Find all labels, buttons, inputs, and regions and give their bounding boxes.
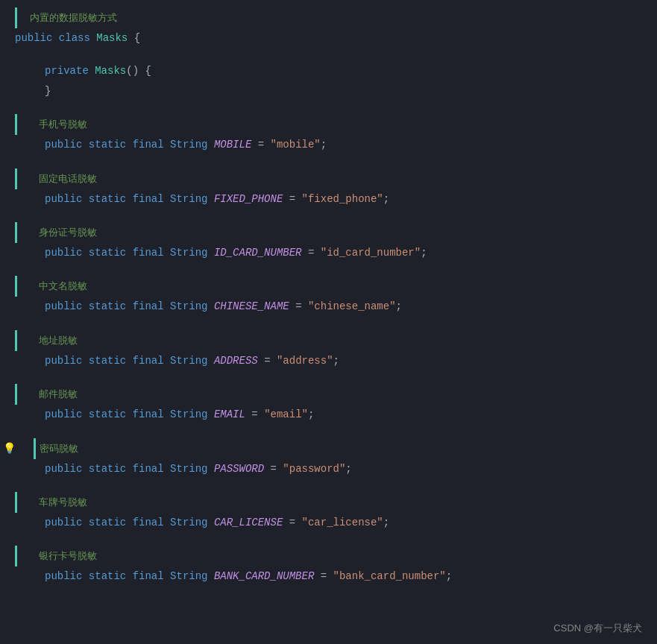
kw-static-8: static — [89, 514, 126, 531]
close-brace-constructor: } — [45, 83, 51, 99]
kw-final-5: final — [133, 353, 164, 369]
kw-final-4: final — [133, 298, 164, 315]
kw-final-1: final — [133, 136, 164, 153]
kw-public-6: public — [45, 406, 82, 423]
kw-static-1: static — [89, 136, 126, 153]
const-bank-card: BANK_CARD_NUMBER — [214, 568, 314, 584]
comment-email-text: 邮件脱敏 — [30, 389, 78, 400]
title-text: 内置的数据脱敏方式 — [30, 13, 117, 24]
kw-static-3: static — [89, 244, 126, 261]
const-car-license: CAR_LICENSE — [214, 514, 283, 531]
const-address: ADDRESS — [214, 353, 258, 369]
constructor-close-line: } — [0, 81, 657, 101]
op-4: = — [295, 298, 301, 315]
comment-password-row: 💡 密码脱敏 — [0, 438, 657, 459]
kw-final-6: final — [133, 406, 164, 423]
comment-address-text: 地址脱敏 — [30, 335, 78, 347]
kw-static-7: static — [89, 461, 126, 477]
constructor-parens: () { — [126, 63, 151, 79]
bank-card-line: public static final String BANK_CARD_NUM… — [0, 566, 657, 586]
op-8: = — [289, 514, 295, 531]
kw-public-7: public — [45, 461, 82, 477]
kw-final-2: final — [133, 191, 164, 207]
constructor-name: Masks — [95, 63, 126, 79]
kw-public-1: public — [45, 136, 82, 153]
val-email: "email" — [264, 406, 308, 423]
class-name: Masks — [96, 30, 128, 46]
const-email: EMAIL — [214, 406, 245, 423]
class-keyword: class — [59, 30, 90, 46]
const-id-card: ID_CARD_NUMBER — [214, 244, 302, 261]
public-keyword: public — [15, 30, 52, 46]
val-chinese-name: "chinese_name" — [308, 298, 396, 315]
kw-string-8: String — [170, 514, 207, 531]
comment-mobile: 手机号脱敏 — [0, 114, 657, 135]
comment-fixed-phone-text: 固定电话脱敏 — [30, 174, 97, 185]
kw-final-9: final — [133, 568, 164, 584]
comment-id-card-text: 身份证号脱敏 — [30, 227, 97, 239]
op-5: = — [264, 353, 270, 369]
comment-id-card: 身份证号脱敏 — [0, 222, 657, 243]
email-line: public static final String EMAIL = "emai… — [0, 405, 657, 424]
kw-string-4: String — [170, 298, 207, 315]
kw-final-8: final — [133, 514, 164, 531]
val-bank-card: "bank_card_number" — [333, 568, 446, 584]
kw-static-5: static — [89, 353, 126, 369]
comment-car-license-text: 车牌号脱敏 — [30, 497, 87, 508]
val-password: "password" — [283, 461, 345, 477]
comment-address: 地址脱敏 — [0, 330, 657, 351]
address-line: public static final String ADDRESS = "ad… — [0, 351, 657, 370]
kw-string-6: String — [170, 406, 207, 423]
kw-static-4: static — [89, 298, 126, 315]
kw-final-7: final — [133, 461, 164, 477]
open-brace: { — [134, 30, 140, 46]
kw-string-5: String — [170, 353, 207, 369]
kw-public-3: public — [45, 244, 82, 261]
comment-bank-card: 银行卡号脱敏 — [0, 546, 657, 566]
kw-public-8: public — [45, 514, 82, 531]
password-line: public static final String PASSWORD = "p… — [0, 459, 657, 479]
kw-static-6: static — [89, 406, 126, 423]
comment-car-license: 车牌号脱敏 — [0, 492, 657, 513]
val-mobile: "mobile" — [271, 136, 321, 153]
car-license-line: public static final String CAR_LICENSE =… — [0, 513, 657, 532]
kw-public-5: public — [45, 353, 82, 369]
kw-public-4: public — [45, 298, 82, 315]
op-2: = — [289, 191, 295, 207]
bulb-icon: 💡 — [3, 442, 16, 455]
const-password: PASSWORD — [214, 461, 264, 477]
val-address: "address" — [277, 353, 333, 369]
comment-bank-card-text: 银行卡号脱敏 — [30, 551, 97, 562]
kw-public-9: public — [45, 568, 82, 584]
comment-chinese-name-text: 中文名脱敏 — [30, 281, 87, 292]
title-comment: 内置的数据脱敏方式 — [0, 7, 657, 28]
const-mobile: MOBILE — [214, 136, 251, 153]
id-card-line: public static final String ID_CARD_NUMBE… — [0, 243, 657, 262]
kw-string-2: String — [170, 191, 207, 207]
comment-fixed-phone: 固定电话脱敏 — [0, 168, 657, 189]
val-id-card: "id_card_number" — [321, 244, 421, 261]
val-car-license: "car_license" — [302, 514, 383, 531]
kw-string-9: String — [170, 568, 207, 584]
op-9: = — [321, 568, 327, 584]
class-declaration-line: public class Masks { — [0, 28, 657, 48]
constructor-line: private Masks() { — [0, 61, 657, 80]
kw-string-7: String — [170, 461, 207, 477]
comment-email: 邮件脱敏 — [0, 384, 657, 405]
mobile-line: public static final String MOBILE = "mob… — [0, 135, 657, 154]
const-fixed-phone: FIXED_PHONE — [214, 191, 283, 207]
private-keyword: private — [45, 63, 89, 79]
kw-public-2: public — [45, 191, 82, 207]
op-3: = — [308, 244, 314, 261]
comment-password-text: 密码脱敏 — [31, 443, 78, 455]
op-1: = — [258, 136, 264, 153]
kw-static-2: static — [89, 191, 126, 207]
const-chinese-name: CHINESE_NAME — [214, 298, 289, 315]
kw-final-3: final — [133, 244, 164, 261]
kw-string-3: String — [170, 244, 207, 261]
comment-mobile-text: 手机号脱敏 — [30, 119, 87, 130]
op-6: = — [251, 406, 257, 423]
comment-chinese-name: 中文名脱敏 — [0, 276, 657, 297]
code-container: 内置的数据脱敏方式 public class Masks { private M… — [0, 0, 657, 594]
op-7: = — [271, 461, 277, 477]
